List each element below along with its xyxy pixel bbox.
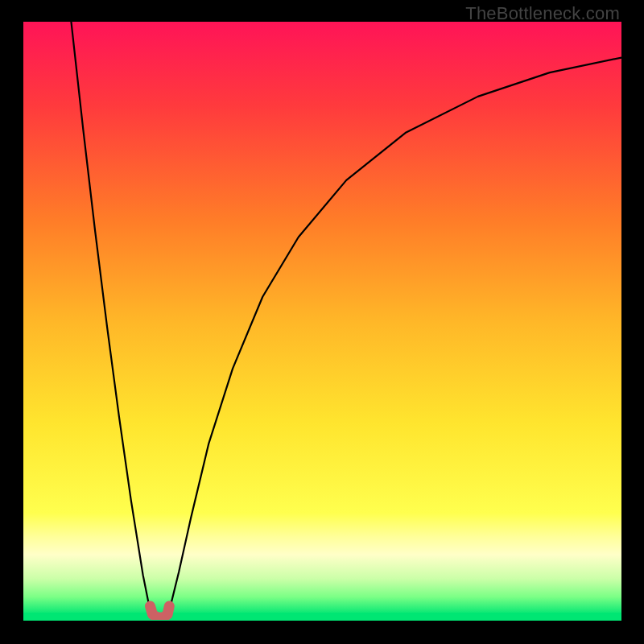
chart-stage: TheBottleneck.com (0, 0, 644, 644)
series-left-branch (71, 22, 150, 611)
watermark-text: TheBottleneck.com (465, 3, 620, 24)
plot-area (23, 22, 621, 621)
curve-layer (23, 22, 621, 620)
series-right-branch (169, 58, 621, 611)
series-valley-marker (151, 606, 170, 617)
